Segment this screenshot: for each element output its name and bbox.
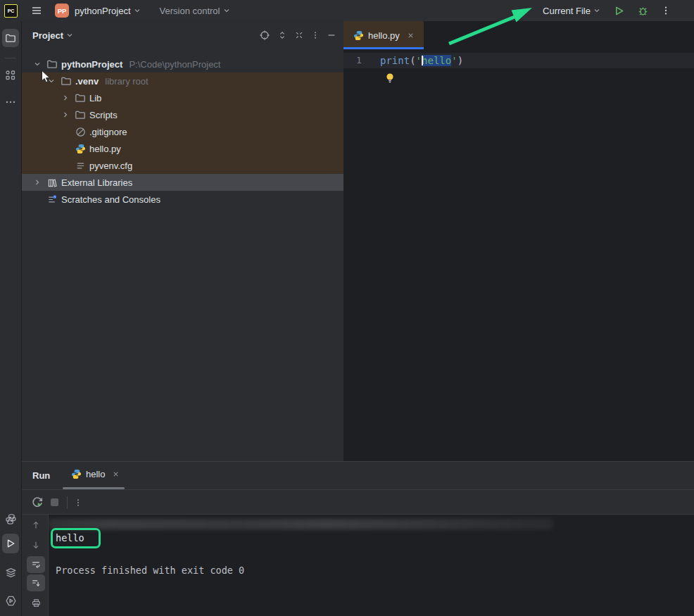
project-switcher-label: pythonProject: [75, 6, 131, 16]
scroll-to-end-toggle[interactable]: [27, 574, 45, 591]
project-badge[interactable]: PP: [55, 4, 69, 18]
version-control-menu[interactable]: Version control: [160, 6, 231, 16]
ignored-file-icon: [75, 126, 86, 137]
project-panel-title: Project: [32, 30, 63, 41]
gutter-divider: [48, 515, 49, 616]
close-icon[interactable]: [112, 470, 120, 478]
project-switcher[interactable]: pythonProject: [75, 6, 141, 16]
chevron-down-icon: [65, 31, 74, 39]
run-tool-window-button[interactable]: [2, 534, 19, 553]
services-tool-button[interactable]: [2, 563, 19, 582]
editor-tab-label: hello.py: [368, 30, 400, 41]
close-icon[interactable]: [407, 32, 415, 39]
tree-item-external-libraries[interactable]: External Libraries: [22, 174, 343, 191]
chevron-down-icon: [593, 6, 601, 15]
tree-item-label: .gitignore: [89, 127, 127, 137]
code-token-print: print: [380, 55, 410, 66]
text-caret: [422, 56, 423, 65]
run-panel: Run hello: [22, 461, 694, 616]
collapse-all-icon[interactable]: [294, 30, 304, 41]
title-bar: PC PP pythonProject Version control Curr…: [0, 0, 694, 22]
printer-icon[interactable]: [27, 594, 45, 611]
folder-icon: [61, 75, 72, 87]
pycharm-window: PC PP pythonProject Version control Curr…: [0, 0, 694, 616]
chevron-right-icon[interactable]: [60, 92, 71, 103]
folder-icon: [75, 92, 86, 103]
chevron-right-icon[interactable]: [32, 177, 43, 188]
run-configuration-label: Current File: [543, 6, 591, 16]
python-file-icon: [353, 30, 364, 41]
annotation-highlight-box: [51, 528, 101, 548]
tree-item-label: Scripts: [89, 110, 118, 120]
kebab-icon[interactable]: [661, 5, 671, 16]
code-token-open-paren: (: [410, 55, 415, 66]
folder-icon: [75, 109, 86, 120]
active-tab-indicator: [343, 47, 424, 49]
divider: [22, 489, 694, 490]
run-tab-label: hello: [86, 469, 105, 479]
selected-text: hello: [422, 55, 451, 66]
tree-item-label: pythonProject: [61, 59, 122, 70]
tree-item-pyvenv-cfg[interactable]: pyvenv.cfg: [22, 157, 343, 174]
code-token-open-quote: ': [416, 55, 422, 66]
structure-tool-button[interactable]: [2, 66, 19, 84]
minimize-icon[interactable]: [327, 30, 336, 41]
kebab-icon[interactable]: [311, 30, 320, 41]
run-configuration-selector[interactable]: Current File: [543, 6, 601, 16]
rerun-button[interactable]: [31, 496, 44, 508]
code-token-close-quote: ': [451, 55, 457, 66]
project-view-selector[interactable]: Project: [22, 30, 74, 41]
editor-tab-hello-py[interactable]: hello.py: [343, 21, 424, 49]
console-status-line: Process finished with exit code 0: [56, 565, 244, 576]
tree-item-scratches[interactable]: Scratches and Consoles: [22, 191, 343, 208]
kebab-icon[interactable]: [74, 497, 82, 508]
up-arrow-icon[interactable]: [27, 517, 45, 534]
library-icon: [46, 177, 58, 188]
tree-item-scripts[interactable]: Scripts: [22, 106, 343, 123]
chevron-down-icon[interactable]: [46, 75, 57, 87]
soft-wrap-toggle[interactable]: [27, 556, 45, 573]
tree-item-label: .venv: [75, 76, 99, 87]
chevron-down-icon[interactable]: [32, 58, 43, 70]
debug-bug-button[interactable]: [637, 5, 649, 17]
python-console-tool-button[interactable]: [2, 510, 19, 528]
more-tool-windows-button[interactable]: [2, 93, 19, 111]
code-token-close-paren: ): [458, 55, 463, 66]
editor-area: hello.py 1 print('hello'): [343, 21, 694, 461]
run-button[interactable]: [613, 5, 625, 17]
code-line[interactable]: print('hello'): [380, 54, 463, 68]
tree-item-hello-py[interactable]: hello.py: [22, 140, 343, 157]
python-file-icon: [75, 143, 86, 154]
project-panel-header: Project: [22, 21, 343, 49]
scratches-icon: [46, 194, 58, 205]
chevron-down-icon: [222, 6, 231, 15]
lightbulb-icon[interactable]: [384, 72, 396, 84]
chevron-down-icon: [133, 6, 141, 15]
line-number: 1: [356, 55, 362, 65]
project-tool-button[interactable]: [2, 29, 19, 47]
tree-item-label: Lib: [89, 93, 101, 103]
tree-item-python-project[interactable]: pythonProject P:\Code\pythonProject: [22, 56, 343, 73]
tree-item-hint: library root: [105, 76, 148, 87]
tree-item-venv[interactable]: .venv library root: [22, 73, 343, 89]
pycharm-logo-icon: PC: [4, 4, 18, 18]
tree-item-label: Scratches and Consoles: [61, 194, 160, 205]
tree-item-label: External Libraries: [61, 177, 132, 188]
down-arrow-icon[interactable]: [27, 536, 45, 553]
project-panel: Project: [22, 21, 343, 461]
target-icon[interactable]: [259, 30, 270, 41]
tool-window-stripe: [0, 21, 22, 616]
tree-item-gitignore[interactable]: .gitignore: [22, 123, 343, 140]
python-packages-tool-button[interactable]: [2, 591, 19, 610]
run-tab-hello[interactable]: hello: [71, 469, 120, 479]
text-file-icon: [75, 160, 86, 171]
redacted-command-line: [49, 519, 553, 529]
folder-icon: [46, 58, 58, 70]
stop-icon[interactable]: [51, 498, 58, 506]
tree-item-label: pyvenv.cfg: [89, 161, 132, 171]
hamburger-icon[interactable]: [31, 5, 42, 16]
expand-all-icon[interactable]: [277, 30, 287, 41]
python-file-icon: [71, 469, 82, 479]
chevron-right-icon[interactable]: [60, 109, 71, 120]
tree-item-lib[interactable]: Lib: [22, 89, 343, 106]
